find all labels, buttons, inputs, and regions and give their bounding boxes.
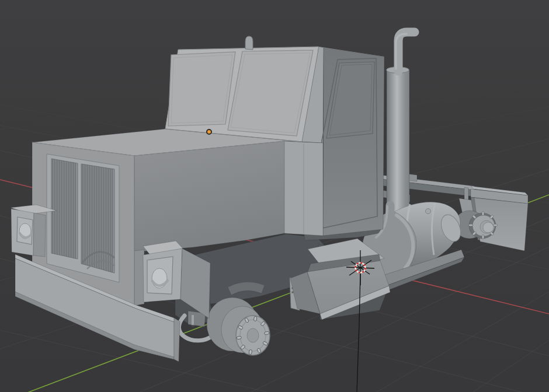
hub-stud	[264, 331, 269, 335]
tank-filler-cap	[426, 209, 431, 214]
headlight-box-left-side	[33, 213, 46, 257]
viewport-canvas[interactable]	[0, 0, 549, 392]
blender-3d-viewport[interactable]	[0, 0, 549, 392]
cab-corner-lower	[283, 141, 323, 236]
hub-stud	[482, 212, 484, 216]
rear-hub-cap-face	[483, 222, 494, 233]
muffler	[387, 70, 409, 220]
hub-stud	[482, 235, 484, 239]
hub-stud	[494, 224, 498, 226]
bumper-end	[174, 318, 180, 362]
hub-stud	[249, 349, 252, 355]
hub-stud	[469, 224, 473, 226]
object-origin-dot	[207, 130, 211, 134]
hub-stud	[253, 316, 257, 321]
roof-horn	[245, 36, 253, 50]
hub-stud	[237, 336, 242, 340]
front-hub-center	[247, 328, 259, 342]
windshield-pane-left	[168, 52, 235, 126]
fender-strip	[134, 250, 144, 306]
hood-side	[134, 141, 284, 252]
